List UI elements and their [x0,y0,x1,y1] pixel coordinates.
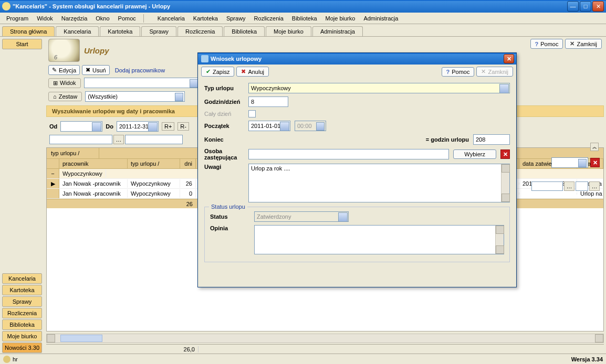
menu-widok[interactable]: Widok [34,14,56,23]
right-date-combo[interactable] [551,157,588,168]
cell-typ[interactable]: Wypoczynkowy [128,189,180,198]
col-pracownik[interactable]: pracownik [59,159,128,168]
menu-administracja[interactable]: Administracja [360,14,401,23]
filter-input-r2[interactable] [576,181,588,191]
filter-input-2[interactable] [125,135,183,144]
dialog-help-label: Pomoc [452,69,469,75]
start-button[interactable]: Start [2,39,42,49]
delete-button[interactable]: ✖Usuń [82,65,110,75]
menu-narzedzia[interactable]: Narzędzia [58,14,91,23]
filter-browse-1[interactable]: … [113,135,124,144]
cancel-button[interactable]: ✖Anuluj [236,67,269,77]
maximize-button[interactable]: □ [580,1,591,12]
add-employees-link[interactable]: Dodaj pracownikow [112,66,168,74]
tab-kancelaria[interactable]: Kancelaria [56,26,99,36]
menu-sprawy[interactable]: Sprawy [223,14,249,23]
row-header [47,189,59,198]
view-icon: ⊞ [53,80,58,87]
tab-biblioteka[interactable]: Biblioteka [224,26,265,36]
zestaw-button[interactable]: ⌂Zestaw [48,92,82,101]
save-button[interactable]: ✔Zapisz [201,67,234,77]
scroll-right-icon[interactable] [595,334,603,342]
typ-select[interactable]: Wypoczynkowy [248,83,510,93]
od-label: Od [49,123,57,130]
group-header[interactable]: typ urlopu / [47,148,99,158]
cell-dni[interactable]: 26 [180,179,196,188]
minimize-button[interactable]: — [567,1,579,12]
dialog-help-button[interactable]: ?Pomoc [442,67,475,77]
textarea-scrollbar[interactable] [495,226,504,254]
widok-button[interactable]: ⊞Widok [48,78,81,88]
poczatek-date-value: 2011-01-01 [251,123,280,129]
sidebar-sprawy[interactable]: Sprawy [2,296,42,307]
tab-mojebiurko[interactable]: Moje biurko [266,26,311,36]
tab-kartoteka[interactable]: Kartoteka [100,26,140,36]
status-legend: Status urlopu [209,204,247,210]
do-value: 2011-12-31 [119,123,149,130]
cell-pracownik[interactable]: Jan Nowak -pracownik [59,179,128,188]
sidebar-nowosci[interactable]: Nowości 3.30 [2,342,42,353]
tab-administracja[interactable]: Administracja [312,26,363,36]
tab-strona-glowna[interactable]: Strona główna [2,26,55,36]
dialog-title: Wniosek urlopowy [211,56,262,62]
year-plus-button[interactable]: R+ [162,122,174,131]
sidebar-kartoteka[interactable]: Kartoteka [2,285,42,295]
statusbar: hr Wersja 3.34 [0,354,606,364]
textarea-scrollbar[interactable] [501,164,509,202]
help-button[interactable]: ?Pomoc [530,39,563,49]
sidebar-kancelaria[interactable]: Kancelaria [2,273,42,284]
zestaw-combo[interactable]: (Wszystkie) [85,91,185,102]
menu-rozliczenia[interactable]: Rozliczenia [251,14,287,23]
scroll-thumb[interactable] [60,335,102,342]
sum-dni: 26 [180,201,196,207]
uwagi-textarea[interactable]: Urlop za rok .... [248,164,510,202]
filter-input-1[interactable] [49,135,112,144]
wybierz-button[interactable]: Wybierz [453,149,496,159]
do-date-input[interactable]: 2011-12-31 [117,121,159,132]
h-scrollbar[interactable] [46,334,604,343]
edit-button[interactable]: ✎Edycja [48,65,80,75]
menu-kancelaria[interactable]: Kancelaria [154,14,188,23]
opinia-textarea[interactable] [254,225,504,254]
typ-value: Wypoczynkowy [251,85,291,91]
filter-browse-r2[interactable]: … [589,181,600,191]
cell-data[interactable] [519,192,577,195]
close-page-button[interactable]: ✕Zamknij [565,39,602,49]
scroll-left-icon[interactable] [47,334,55,342]
widok-combo[interactable] [84,78,200,88]
osoba-input[interactable] [248,149,449,159]
sidebar-biblioteka[interactable]: Biblioteka [2,319,42,330]
poczatek-date[interactable]: 2011-01-01 [248,121,290,131]
col-dni[interactable]: dni [180,159,196,168]
group-value[interactable]: Wypoczynkowy [59,169,106,178]
menu-program[interactable]: Program [3,14,32,23]
godzin-urlopu-input[interactable] [473,134,510,145]
cell-pracownik[interactable]: Jan Nowak -pracownik [59,189,128,198]
menu-mojebiurko[interactable]: Moje biurko [322,14,359,23]
clear-osoba-button[interactable]: ✕ [500,149,510,159]
menu-kartoteka[interactable]: Kartoteka [190,14,221,23]
collapse-button[interactable]: ︽ [590,143,599,151]
menu-okno[interactable]: Okno [92,14,112,23]
tab-rozliczenia[interactable]: Rozliczenia [177,26,223,36]
sidebar-rozliczenia[interactable]: Rozliczenia [2,308,42,318]
dialog-close2-button: ✕Zamknij [476,67,513,77]
dialog-close-button[interactable]: ✕ [504,54,514,63]
menubar: Program Widok Narzędzia Okno Pomoc Kance… [0,13,606,24]
sidebar-mojebiurko[interactable]: Moje biurko [2,331,42,341]
year-minus-button[interactable]: R- [177,122,189,131]
filter-input-r1[interactable] [531,181,563,191]
close-button[interactable]: ✕ [592,1,604,12]
od-date-input[interactable] [60,121,102,132]
col-typ[interactable]: typ urlopu / [128,159,180,168]
menu-biblioteka[interactable]: Biblioteka [289,14,320,23]
tab-sprawy[interactable]: Sprawy [141,26,176,36]
cancel-label: Anuluj [248,69,264,75]
godzin-input[interactable] [248,97,288,107]
cell-dni[interactable]: 0 [180,189,196,198]
filter-browse-r1[interactable]: … [564,181,574,191]
clear-date-button[interactable]: ✕ [590,158,600,167]
caly-checkbox[interactable] [248,110,256,117]
menu-pomoc[interactable]: Pomoc [115,14,139,23]
cell-typ[interactable]: Wypoczynkowy [128,179,180,188]
